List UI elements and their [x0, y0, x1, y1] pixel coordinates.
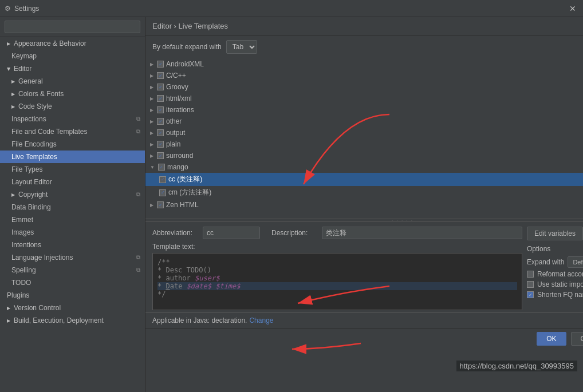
tree-label-cpp: C/C++: [166, 72, 186, 80]
sidebar-item-version-control[interactable]: ▶ Version Control: [0, 302, 145, 314]
sidebar-item-data-binding[interactable]: Data Binding: [0, 201, 145, 213]
tree-checkbox-mango[interactable]: ✓: [158, 164, 165, 171]
tree-checkbox-androidxml[interactable]: ✓: [157, 61, 164, 68]
tree-item-groovy[interactable]: ▶ ✓ Groovy: [145, 81, 583, 93]
tree-checkbox-plain[interactable]: ✓: [157, 141, 164, 148]
applicable-row: Applicable in Java: declaration. Change: [145, 312, 583, 328]
sidebar-label-spelling: Spelling: [11, 266, 36, 274]
tree-label-output: output: [166, 129, 185, 137]
sidebar-item-language-injections[interactable]: Language Injections ⧉: [0, 251, 145, 264]
sidebar-label-general: General: [18, 77, 43, 85]
title-bar: ⚙ Settings: [5, 5, 39, 13]
tree-checkbox-surround[interactable]: ✓: [157, 152, 164, 159]
tree-label-cc: cc (类注释): [168, 175, 202, 184]
tree-checkbox-output[interactable]: ✓: [157, 129, 164, 136]
tree-label-surround: surround: [166, 152, 193, 160]
reformat-checkbox[interactable]: [527, 271, 534, 278]
tree-item-androidxml[interactable]: ▶ ✓ AndroidXML: [145, 58, 583, 70]
tree-item-output[interactable]: ▶ ✓ output: [145, 127, 583, 138]
expand-with-select[interactable]: Default (Tab): [568, 256, 583, 268]
tree-item-mango[interactable]: ▼ ✓ mango: [145, 161, 583, 173]
tree-item-cc[interactable]: ✓ cc (类注释): [145, 173, 583, 186]
sidebar-item-keymap[interactable]: Keymap: [0, 50, 145, 62]
tree-checkbox-groovy[interactable]: ✓: [157, 84, 164, 90]
sidebar-item-file-encodings[interactable]: File Encodings: [0, 138, 145, 151]
change-link[interactable]: Change: [249, 316, 273, 324]
sidebar-item-appearance[interactable]: ▶ Appearance & Behavior: [0, 37, 145, 50]
options-title: Options: [527, 245, 583, 253]
search-input[interactable]: [5, 21, 140, 33]
tree-item-cpp[interactable]: ▶ ✓ C/C++: [145, 70, 583, 81]
tree-chevron-mango: ▼: [150, 165, 155, 170]
sidebar-item-file-types[interactable]: File Types: [0, 163, 145, 176]
chevron-right-icon-copyright: ▶: [11, 192, 15, 197]
template-editor[interactable]: /** * Desc TODO() * author $user$ * Date…: [152, 253, 522, 310]
sidebar-item-build[interactable]: ▶ Build, Execution, Deployment: [0, 314, 145, 327]
template-line-1: /**: [157, 258, 517, 266]
sidebar-item-spelling[interactable]: Spelling ⧉: [0, 264, 145, 276]
tree-item-cm[interactable]: ✓ cm (方法注释): [145, 186, 583, 199]
left-form: Abbreviation: Description: Template text…: [152, 227, 522, 310]
settings-icon: ⚙: [5, 5, 11, 13]
tree-checkbox-cpp[interactable]: ✓: [157, 72, 164, 79]
expand-select[interactable]: Tab: [226, 40, 257, 54]
sidebar-label-code-style: Code Style: [18, 102, 52, 110]
static-import-checkbox[interactable]: [527, 281, 534, 288]
sidebar-label-data-binding: Data Binding: [11, 203, 51, 211]
footer: OK Cancel Apply: [145, 328, 583, 349]
sidebar-label-images: Images: [11, 228, 34, 236]
abbreviation-label: Abbreviation:: [152, 229, 198, 237]
tree-chevron-iterations: ▶: [150, 108, 153, 113]
template-text-label: Template text:: [152, 243, 522, 251]
sidebar-item-layout-editor[interactable]: Layout Editor: [0, 176, 145, 188]
sidebar-item-inspections[interactable]: Inspections ⧉: [0, 113, 145, 125]
tree-item-htmlxml[interactable]: ▶ ✓ html/xml: [145, 93, 583, 104]
sidebar-item-intentions[interactable]: Intentions: [0, 239, 145, 251]
sidebar-label-copyright: Copyright: [18, 191, 48, 199]
tree-checkbox-cc[interactable]: ✓: [159, 176, 166, 183]
chevron-right-icon-code-style: ▶: [11, 104, 15, 109]
sidebar-item-colors-fonts[interactable]: ▶ Colors & Fonts: [0, 88, 145, 100]
tree-chevron-other: ▶: [150, 119, 153, 124]
sidebar-item-images[interactable]: Images: [0, 226, 145, 239]
option-shorten-fq: ✓ Shorten FQ names: [527, 291, 583, 299]
sidebar-item-general[interactable]: ▶ General: [0, 75, 145, 88]
tree-item-surround[interactable]: ▶ ✓ surround: [145, 150, 583, 161]
sidebar-item-plugins[interactable]: Plugins: [0, 289, 145, 302]
external-icon-4: ⧉: [136, 254, 140, 261]
shorten-fq-checkbox[interactable]: ✓: [527, 291, 534, 298]
chevron-right-icon-colors: ▶: [11, 92, 15, 97]
external-icon-2: ⧉: [136, 128, 140, 135]
tree-checkbox-htmlxml[interactable]: ✓: [157, 95, 164, 102]
edit-variables-button[interactable]: Edit variables: [527, 227, 583, 240]
tree-label-htmlxml: html/xml: [166, 94, 192, 102]
sidebar-item-editor[interactable]: ▶ Editor: [0, 62, 145, 75]
abbreviation-input[interactable]: [203, 227, 260, 239]
content-area: Editor › Live Templates Reset By default…: [145, 17, 583, 392]
ok-button[interactable]: OK: [537, 332, 566, 346]
cancel-button[interactable]: Cancel: [571, 332, 583, 346]
tree-checkbox-cm[interactable]: ✓: [159, 189, 166, 196]
tree-item-other[interactable]: ▶ ✓ other: [145, 116, 583, 127]
tree-item-plain[interactable]: ▶ ✓ plain: [145, 138, 583, 150]
description-input[interactable]: [322, 227, 522, 239]
sidebar-item-todo[interactable]: TODO: [0, 276, 145, 289]
sidebar-item-emmet[interactable]: Emmet: [0, 213, 145, 226]
close-button[interactable]: ✕: [567, 3, 578, 14]
sidebar-item-code-style[interactable]: ▶ Code Style: [0, 100, 145, 113]
static-import-label: Use static import if possible: [537, 280, 583, 288]
tree-item-zenhtml[interactable]: ▶ ✓ Zen HTML: [145, 199, 583, 211]
sidebar-label-live-templates: Live Templates: [11, 153, 57, 161]
sidebar-item-copyright[interactable]: ▶ Copyright ⧉: [0, 188, 145, 201]
template-line-5: */: [157, 290, 517, 298]
option-static-import: Use static import if possible: [527, 280, 583, 288]
template-line-2: * Desc TODO(): [157, 266, 517, 274]
sidebar-item-file-code-templates[interactable]: File and Code Templates ⧉: [0, 125, 145, 138]
tree-checkbox-zenhtml[interactable]: ✓: [157, 201, 164, 208]
sidebar-item-live-templates[interactable]: Live Templates: [0, 151, 145, 163]
tree-checkbox-iterations[interactable]: ✓: [157, 106, 164, 113]
tree-checkbox-other[interactable]: ✓: [157, 118, 164, 125]
sidebar-label-build: Build, Execution, Deployment: [14, 316, 104, 324]
tree-item-iterations[interactable]: ▶ ✓ iterations: [145, 104, 583, 116]
external-icon: ⧉: [136, 116, 140, 122]
